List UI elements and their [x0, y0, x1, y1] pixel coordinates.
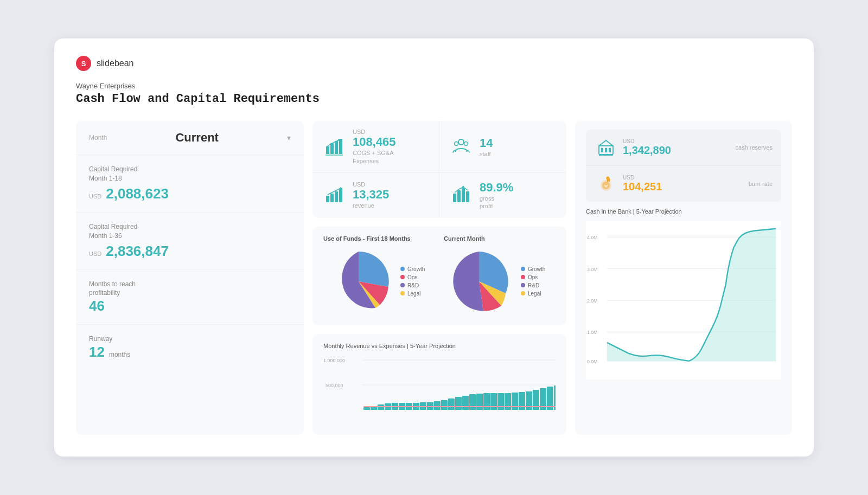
svg-rect-88 — [609, 148, 611, 152]
svg-rect-44 — [505, 393, 511, 410]
svg-rect-10 — [330, 194, 334, 202]
capital-18-label: Capital RequiredMonth 1-18 — [89, 165, 291, 183]
burn-rate-label: burn rate — [749, 181, 773, 187]
svg-rect-46 — [519, 392, 525, 410]
top-metrics: USD 108,465 COGS + SG&AExpenses — [312, 121, 566, 217]
svg-rect-40 — [476, 394, 483, 410]
svg-rect-2 — [335, 141, 338, 154]
svg-rect-34 — [434, 401, 441, 410]
pie1-title: Use of Funds - First 18 Months — [323, 235, 435, 242]
runway-suffix: months — [109, 351, 130, 358]
capital-36-currency: USD — [89, 250, 101, 257]
main-grid: Month Current ▾ Capital RequiredMonth 1-… — [76, 121, 792, 434]
people-icon — [449, 135, 473, 159]
pie2-legend: Growth Ops R&D Legal — [521, 266, 545, 297]
svg-point-6 — [458, 139, 464, 145]
left-panel: Month Current ▾ Capital RequiredMonth 1-… — [76, 121, 304, 434]
svg-text:2.0M: 2.0M — [587, 298, 597, 304]
company-name: Wayne Enterprises — [76, 82, 792, 90]
svg-text:3.0M: 3.0M — [587, 267, 597, 272]
capital-18-value: 2,088,623 — [106, 185, 169, 202]
profit-icon — [449, 183, 473, 207]
svg-rect-3 — [339, 139, 342, 154]
header: S slidebean — [76, 56, 792, 71]
svg-rect-45 — [512, 393, 518, 410]
svg-rect-15 — [457, 190, 461, 202]
svg-rect-9 — [326, 196, 329, 202]
runway-row: Runway 12 months — [76, 325, 304, 370]
dropdown-arrow-icon[interactable]: ▾ — [287, 133, 291, 142]
pie1-svg — [323, 246, 394, 317]
pie1-legend: Growth Ops R&D Legal — [400, 266, 425, 297]
pie-section: Use of Funds - First 18 Months — [312, 227, 566, 325]
bar-chart-title: Monthly Revenue vs Expenses | 5-Year Pro… — [323, 343, 556, 349]
bar-chart-svg: 1,000,000 500,000 — [323, 356, 556, 426]
cash-reserves-value: 1,342,890 — [623, 144, 730, 157]
capital-36-label: Capital RequiredMonth 1-36 — [89, 222, 291, 241]
capital-36-value: 2,836,847 — [106, 243, 169, 260]
svg-rect-41 — [483, 393, 490, 410]
bar-chart-icon — [322, 135, 346, 159]
bar-chart-section: Monthly Revenue vs Expenses | 5-Year Pro… — [312, 334, 566, 435]
profit-value: 89.9% — [480, 181, 513, 195]
bar-chart-area: 1,000,000 500,000 — [323, 356, 556, 426]
bank-icon — [595, 136, 617, 159]
month-value: Current — [175, 131, 218, 145]
svg-rect-24 — [363, 407, 370, 410]
line-chart-svg: 4.0M 3.0M 2.0M 1.0M 0.0M — [586, 219, 781, 382]
svg-rect-17 — [466, 191, 469, 202]
svg-rect-86 — [601, 148, 603, 152]
svg-rect-39 — [469, 394, 476, 410]
metric-cell-revenue: USD 13,325 revenue — [312, 173, 439, 218]
line-chart-title: Cash in the Bank | 5-Year Projection — [586, 208, 781, 215]
svg-marker-89 — [599, 140, 613, 146]
metric-cell-cogs: USD 108,465 COGS + SG&AExpenses — [312, 121, 439, 173]
svg-rect-35 — [441, 400, 448, 410]
metric-cell-profit: 89.9% grossprofit — [439, 173, 566, 218]
pie-chart-2: Current Month Gr — [444, 235, 556, 317]
capital-18-row: Capital RequiredMonth 1-18 USD 2,088,623 — [76, 155, 304, 213]
pie2-title: Current Month — [444, 235, 556, 242]
capital-36-row: Capital RequiredMonth 1-36 USD 2,836,847 — [76, 213, 304, 270]
revenue-desc: revenue — [353, 202, 389, 209]
svg-rect-11 — [335, 191, 338, 202]
revenue-icon — [322, 183, 346, 207]
runway-label: Runway — [89, 335, 291, 344]
svg-point-5 — [338, 139, 340, 141]
runway-value: 12 — [89, 344, 105, 361]
pie-chart-1: Use of Funds - First 18 Months — [323, 235, 435, 317]
revenue-value: 13,325 — [353, 188, 389, 202]
cash-reserves-label: cash reserves — [736, 144, 773, 151]
svg-text:0.0M: 0.0M — [587, 359, 597, 364]
revenue-currency: USD — [353, 181, 389, 188]
main-card: S slidebean Wayne Enterprises Cash Flow … — [54, 38, 814, 456]
profitability-label: Months to reachprofitability — [89, 280, 291, 298]
cogs-value: 108,465 — [353, 135, 396, 149]
svg-text:1.0M: 1.0M — [587, 330, 597, 336]
line-chart-area: 4.0M 3.0M 2.0M 1.0M 0.0M — [586, 219, 781, 426]
svg-rect-37 — [455, 397, 462, 410]
metric-cell-staff: 14 staff — [439, 121, 566, 173]
svg-rect-87 — [605, 148, 607, 152]
svg-marker-13 — [339, 187, 343, 189]
capital-18-currency: USD — [89, 193, 101, 200]
svg-text:500,000: 500,000 — [326, 383, 343, 388]
svg-rect-12 — [339, 189, 342, 202]
svg-rect-42 — [490, 393, 497, 410]
burn-icon — [595, 172, 617, 195]
month-row: Month Current ▾ — [76, 121, 304, 155]
metrics-grid: USD 108,465 COGS + SG&AExpenses — [312, 121, 566, 217]
right-panel: USD 1,342,890 cash reserves — [575, 121, 792, 434]
svg-rect-43 — [497, 393, 504, 410]
svg-point-7 — [455, 142, 458, 145]
svg-rect-38 — [462, 396, 469, 410]
page-meta: Wayne Enterprises Cash Flow and Capital … — [76, 82, 792, 106]
page-title: Cash Flow and Capital Requirements — [76, 92, 792, 106]
cogs-currency: USD — [353, 128, 396, 135]
cogs-desc: COGS + SG&AExpenses — [353, 149, 396, 165]
profitability-row: Months to reachprofitability 46 — [76, 270, 304, 325]
svg-rect-1 — [330, 143, 334, 154]
logo-icon: S — [76, 56, 91, 71]
svg-text:1,000,000: 1,000,000 — [323, 358, 345, 363]
staff-desc: staff — [480, 150, 493, 158]
